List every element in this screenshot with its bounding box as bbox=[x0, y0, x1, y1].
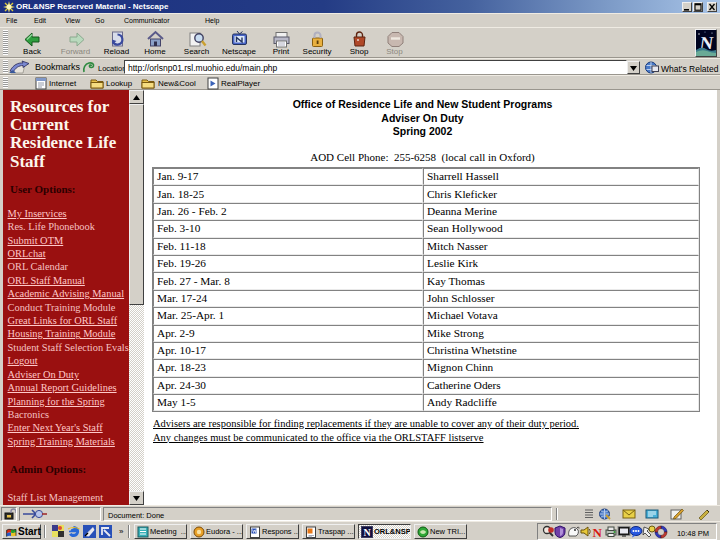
svg-text:N: N bbox=[593, 525, 603, 538]
svg-text:N: N bbox=[364, 527, 372, 538]
